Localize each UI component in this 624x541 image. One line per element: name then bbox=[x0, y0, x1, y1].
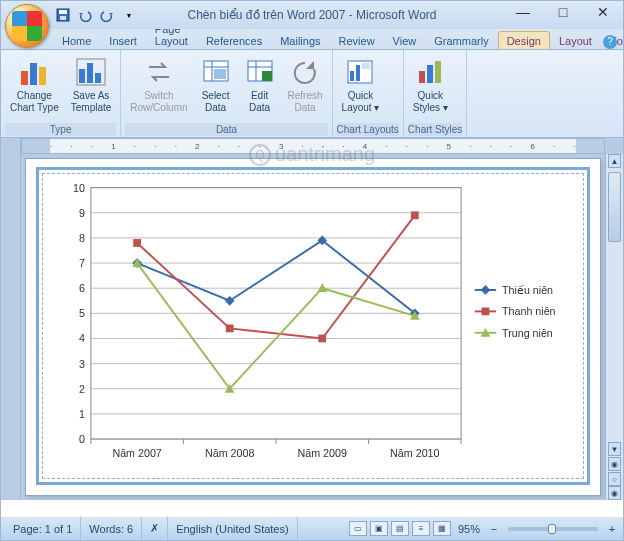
quick-access-toolbar: ▼ bbox=[55, 1, 137, 29]
view-outline[interactable]: ≡ bbox=[412, 521, 430, 536]
svg-text:10: 10 bbox=[73, 182, 85, 194]
minimize-button[interactable]: — bbox=[503, 1, 543, 23]
zoom-level[interactable]: 95% bbox=[454, 523, 484, 535]
select-data-icon bbox=[200, 56, 232, 88]
switch-button: SwitchRow/Column bbox=[125, 53, 192, 116]
svg-text:2: 2 bbox=[79, 383, 85, 395]
status-bar: Page: 1 of 1 Words: 6 ✗ English (United … bbox=[1, 517, 623, 540]
window-title: Chèn biểu đồ trên Word 2007 - Microsoft … bbox=[188, 8, 437, 22]
svg-rect-19 bbox=[350, 71, 354, 81]
view-print-layout[interactable]: ▭ bbox=[349, 521, 367, 536]
zoom-in-button[interactable]: + bbox=[605, 523, 619, 535]
select-button[interactable]: SelectData bbox=[195, 53, 237, 116]
zoom-slider[interactable] bbox=[508, 527, 598, 531]
svg-text:Năm 2008: Năm 2008 bbox=[205, 447, 254, 459]
close-button[interactable]: ✕ bbox=[583, 1, 623, 23]
scroll-down-icon[interactable]: ▼ bbox=[608, 442, 621, 456]
svg-rect-3 bbox=[21, 71, 28, 85]
svg-rect-24 bbox=[435, 61, 441, 83]
view-draft[interactable]: ▦ bbox=[433, 521, 451, 536]
tab-grammarly[interactable]: Grammarly bbox=[425, 31, 497, 49]
svg-text:Năm 2010: Năm 2010 bbox=[390, 447, 439, 459]
prev-page-icon[interactable]: ◉ bbox=[608, 457, 621, 471]
edit-data-icon bbox=[244, 56, 276, 88]
svg-text:9: 9 bbox=[79, 207, 85, 219]
document-area: ▣ ···1···2···3···4···5···6·· ▲ ▼ ◉ ○ ◉ 0… bbox=[1, 138, 623, 500]
tab-references[interactable]: References bbox=[197, 31, 271, 49]
svg-rect-7 bbox=[87, 63, 93, 83]
scroll-thumb[interactable] bbox=[608, 172, 621, 242]
group-label: Chart Styles bbox=[408, 123, 462, 136]
tab-insert[interactable]: Insert bbox=[100, 31, 146, 49]
qat-customize-icon[interactable]: ▼ bbox=[121, 7, 137, 23]
view-full-screen[interactable]: ▣ bbox=[370, 521, 388, 536]
svg-text:Năm 2009: Năm 2009 bbox=[298, 447, 347, 459]
ribbon-group-type: ChangeChart TypeSave AsTemplateType bbox=[1, 50, 121, 137]
svg-text:Thanh niên: Thanh niên bbox=[502, 305, 556, 317]
svg-rect-58 bbox=[226, 325, 234, 333]
ribbon-group-data: SwitchRow/ColumnSelectDataEditDataRefres… bbox=[121, 50, 332, 137]
quick-button[interactable]: QuickLayout ▾ bbox=[337, 53, 385, 116]
group-label: Type bbox=[5, 123, 116, 136]
svg-rect-20 bbox=[356, 65, 360, 81]
status-language[interactable]: English (United States) bbox=[168, 517, 298, 540]
svg-rect-64 bbox=[482, 307, 490, 315]
svg-text:Thiếu niên: Thiếu niên bbox=[502, 284, 553, 296]
svg-text:8: 8 bbox=[79, 232, 85, 244]
svg-rect-13 bbox=[214, 69, 226, 79]
svg-rect-22 bbox=[419, 71, 425, 83]
save-icon[interactable] bbox=[55, 7, 71, 23]
view-web-layout[interactable]: ▤ bbox=[391, 521, 409, 536]
svg-text:6: 6 bbox=[79, 282, 85, 294]
svg-rect-57 bbox=[133, 239, 141, 247]
scroll-up-icon[interactable]: ▲ bbox=[608, 154, 621, 168]
tab-view[interactable]: View bbox=[384, 31, 426, 49]
svg-rect-2 bbox=[60, 16, 66, 20]
tab-home[interactable]: Home bbox=[53, 31, 100, 49]
status-proofing[interactable]: ✗ bbox=[142, 517, 168, 540]
ruler-horizontal[interactable]: ···1···2···3···4···5···6·· bbox=[21, 138, 605, 154]
change-button[interactable]: ChangeChart Type bbox=[5, 53, 64, 116]
help-icon[interactable]: ? bbox=[603, 35, 617, 49]
svg-rect-60 bbox=[411, 211, 419, 219]
proofing-icon: ✗ bbox=[150, 522, 159, 535]
status-words[interactable]: Words: 6 bbox=[81, 517, 142, 540]
chart-object[interactable]: 012345678910Năm 2007Năm 2008Năm 2009Năm … bbox=[36, 167, 590, 485]
save-as-button[interactable]: Save AsTemplate bbox=[66, 53, 117, 116]
svg-rect-8 bbox=[95, 73, 101, 83]
undo-icon[interactable] bbox=[77, 7, 93, 23]
tab-review[interactable]: Review bbox=[330, 31, 384, 49]
svg-rect-4 bbox=[30, 63, 37, 85]
tab-mailings[interactable]: Mailings bbox=[271, 31, 329, 49]
page[interactable]: 012345678910Năm 2007Năm 2008Năm 2009Năm … bbox=[25, 158, 601, 496]
svg-text:5: 5 bbox=[79, 307, 85, 319]
maximize-button[interactable]: □ bbox=[543, 1, 583, 23]
tab-design[interactable]: Design bbox=[498, 31, 550, 49]
redo-icon[interactable] bbox=[99, 7, 115, 23]
svg-rect-5 bbox=[39, 67, 46, 85]
refresh-button: RefreshData bbox=[283, 53, 328, 116]
group-label: Chart Layouts bbox=[337, 123, 399, 136]
edit-button[interactable]: EditData bbox=[239, 53, 281, 116]
tab-layout[interactable]: Layout bbox=[550, 31, 601, 49]
ruler-vertical[interactable] bbox=[1, 138, 21, 500]
scrollbar-vertical[interactable]: ▲ ▼ ◉ ○ ◉ bbox=[605, 154, 623, 500]
ribbon-tabs: HomeInsertPage LayoutReferencesMailingsR… bbox=[1, 29, 623, 50]
svg-rect-1 bbox=[59, 10, 67, 14]
office-button[interactable] bbox=[5, 4, 49, 48]
svg-text:1: 1 bbox=[79, 408, 85, 420]
titlebar: ▼ Chèn biểu đồ trên Word 2007 - Microsof… bbox=[1, 1, 623, 29]
svg-rect-17 bbox=[262, 71, 272, 81]
ribbon-group-chart-layouts: QuickLayout ▾Chart Layouts bbox=[333, 50, 404, 137]
line-chart[interactable]: 012345678910Năm 2007Năm 2008Năm 2009Năm … bbox=[43, 174, 583, 478]
window-controls: — □ ✕ bbox=[503, 1, 623, 23]
next-page-icon[interactable]: ◉ bbox=[608, 486, 621, 500]
svg-text:3: 3 bbox=[79, 358, 85, 370]
zoom-out-button[interactable]: − bbox=[487, 523, 501, 535]
svg-text:0: 0 bbox=[79, 433, 85, 445]
layout-icon bbox=[344, 56, 376, 88]
status-page[interactable]: Page: 1 of 1 bbox=[5, 517, 81, 540]
browse-object-icon[interactable]: ○ bbox=[608, 472, 621, 486]
quick-button[interactable]: QuickStyles ▾ bbox=[408, 53, 453, 116]
bar3d-icon bbox=[18, 56, 50, 88]
